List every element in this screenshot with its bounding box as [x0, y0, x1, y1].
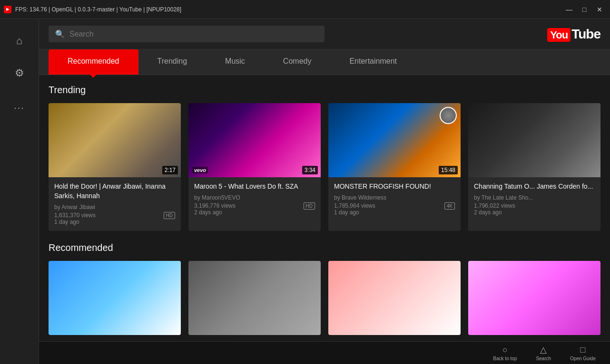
video-thumbnail: 15:48 — [328, 103, 461, 177]
sidebar: ⌂ ⚙ ··· — [0, 19, 39, 364]
quality-badge: HD — [304, 202, 315, 210]
title-bar-left: ▶ FPS: 134.76 | OpenGL | 0.0.3-7-master … — [4, 6, 181, 13]
video-card[interactable] — [468, 261, 600, 335]
duration-badge: 3:34 — [302, 166, 318, 174]
video-card[interactable]: 15:48 MONSTER FROGFISH FOUND! by Brave W… — [328, 103, 461, 231]
thumb-image — [468, 261, 600, 335]
search-label: Search — [536, 356, 551, 361]
video-card[interactable] — [49, 261, 181, 335]
search-bar[interactable]: 🔍 — [49, 26, 325, 42]
more-icon: ··· — [14, 102, 25, 113]
quality-badge: 4K — [444, 202, 455, 210]
app-container: ⌂ ⚙ ··· 🔍 YouTube Recommended Trend — [0, 19, 610, 364]
triangle-icon: △ — [540, 345, 547, 355]
tab-comedy[interactable]: Comedy — [264, 49, 331, 75]
app-icon: ▶ — [4, 6, 11, 13]
tab-music[interactable]: Music — [206, 49, 264, 75]
video-info: Channing Tatum O... James Corden fo... b… — [468, 177, 600, 221]
home-icon: ⌂ — [16, 35, 22, 47]
close-button[interactable]: ✕ — [593, 3, 606, 16]
video-title: Channing Tatum O... James Corden fo... — [474, 182, 595, 192]
recommended-video-grid — [49, 261, 600, 335]
search-input[interactable] — [69, 30, 318, 38]
main-content: Trending 2:17 Hold the Door! | Anwar Jib… — [39, 75, 610, 356]
video-thumbnail — [49, 261, 181, 335]
recommended-section-title: Recommended — [49, 242, 600, 253]
thumb-image — [49, 103, 181, 177]
title-bar: ▶ FPS: 134.76 | OpenGL | 0.0.3-7-master … — [0, 0, 610, 19]
quality-badge: HD — [164, 212, 175, 219]
thumb-image — [328, 261, 461, 335]
thumb-image — [468, 103, 600, 177]
video-title: Maroon 5 - What Lovers Do ft. SZA — [194, 182, 315, 192]
search-icon: 🔍 — [55, 29, 65, 38]
minimize-button[interactable]: — — [562, 3, 576, 16]
back-to-top-button[interactable]: ○ Back to top — [493, 345, 517, 361]
video-thumbnail: 2:17 — [49, 103, 181, 177]
thumb-image — [49, 261, 181, 335]
video-thumbnail: vevo 3:34 — [188, 103, 321, 177]
tab-entertainment[interactable]: Entertainment — [330, 49, 416, 75]
video-card[interactable]: 2:17 Hold the Door! | Anwar Jibawi, Inan… — [49, 103, 181, 231]
video-meta: HD 3,196,776 views2 days ago — [194, 202, 315, 216]
title-text: FPS: 134.76 | OpenGL | 0.0.3-7-master | … — [15, 6, 181, 13]
video-meta: HD 1,631,370 views1 day ago — [54, 212, 175, 225]
video-info: Maroon 5 - What Lovers Do ft. SZA by Mar… — [188, 177, 321, 221]
video-channel: by The Late Late Sho... — [474, 194, 595, 201]
search-button[interactable]: △ Search — [536, 345, 551, 361]
video-title: MONSTER FROGFISH FOUND! — [334, 182, 455, 192]
youtube-logo: YouTube — [547, 27, 600, 42]
open-guide-label: Open Guide — [570, 356, 596, 361]
duration-badge: 2:17 — [162, 166, 178, 174]
video-meta: 1,796,022 views2 days ago — [474, 202, 595, 216]
sidebar-item-settings[interactable]: ⚙ — [5, 59, 34, 87]
header: 🔍 YouTube — [39, 19, 610, 49]
bottom-bar: ○ Back to top △ Search □ Open Guide — [39, 341, 610, 364]
video-channel: by Brave Wilderness — [334, 194, 455, 201]
video-thumbnail — [468, 103, 600, 177]
video-thumbnail — [328, 261, 461, 335]
youtube-logo-you: You — [547, 28, 571, 42]
thumb-image — [188, 103, 321, 177]
trending-video-grid: 2:17 Hold the Door! | Anwar Jibawi, Inan… — [49, 103, 600, 231]
video-card[interactable]: Channing Tatum O... James Corden fo... b… — [468, 103, 600, 231]
open-guide-button[interactable]: □ Open Guide — [570, 345, 596, 361]
video-channel: by Anwar Jibawi — [54, 204, 175, 211]
video-thumbnail — [468, 261, 600, 335]
sidebar-item-more[interactable]: ··· — [5, 91, 34, 120]
window-controls[interactable]: — □ ✕ — [562, 3, 606, 16]
square-icon: □ — [580, 345, 586, 355]
video-card[interactable] — [188, 261, 321, 335]
channel-avatar — [440, 107, 457, 124]
tabs-bar: Recommended Trending Music Comedy Entert… — [39, 49, 610, 75]
video-card[interactable] — [328, 261, 461, 335]
vevo-watermark: vevo — [192, 167, 208, 173]
video-info: MONSTER FROGFISH FOUND! by Brave Wildern… — [328, 177, 461, 221]
sidebar-item-home[interactable]: ⌂ — [5, 27, 34, 55]
maximize-button[interactable]: □ — [578, 3, 591, 16]
gear-icon: ⚙ — [15, 67, 24, 79]
video-title: Hold the Door! | Anwar Jibawi, Inanna Sa… — [54, 182, 175, 201]
video-info: Hold the Door! | Anwar Jibawi, Inanna Sa… — [49, 177, 181, 230]
content-area: 🔍 YouTube Recommended Trending Music Com… — [39, 19, 610, 364]
back-to-top-label: Back to top — [493, 356, 517, 361]
video-card[interactable]: vevo 3:34 Maroon 5 - What Lovers Do ft. … — [188, 103, 321, 231]
video-channel: by Maroon5VEVO — [194, 194, 315, 201]
circle-icon: ○ — [502, 345, 508, 355]
duration-badge: 15:48 — [439, 166, 458, 174]
video-meta: 4K 1,785,964 views1 day ago — [334, 202, 455, 216]
tab-recommended[interactable]: Recommended — [49, 49, 138, 75]
thumb-image — [188, 261, 321, 335]
video-thumbnail — [188, 261, 321, 335]
tab-trending[interactable]: Trending — [138, 49, 207, 75]
trending-section-title: Trending — [49, 85, 600, 96]
